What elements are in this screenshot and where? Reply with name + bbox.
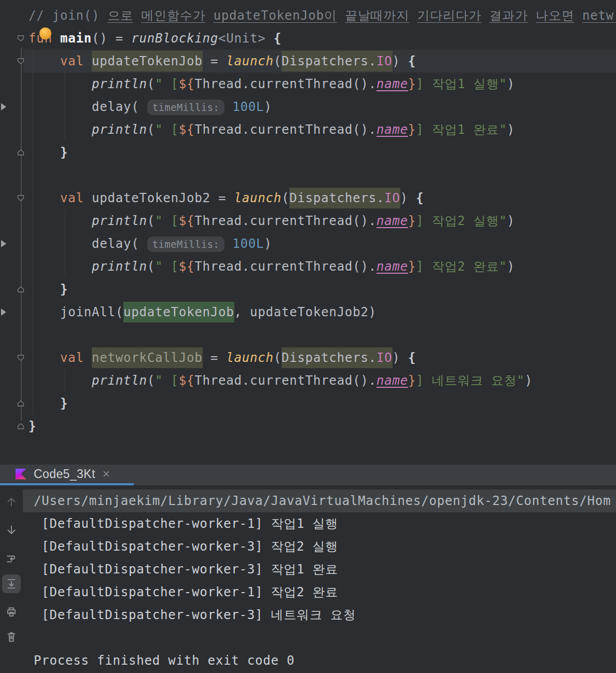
- code-editor[interactable]: // join() 으로 메인함수가 updateTokenJob이 끝날때까지…: [0, 0, 616, 465]
- fold-end-icon[interactable]: [16, 422, 25, 431]
- indent-guide: [65, 369, 65, 392]
- code-line[interactable]: println(" [${Thread.currentThread().name…: [0, 255, 616, 278]
- code-line[interactable]: }: [0, 415, 616, 438]
- fold-collapse-icon[interactable]: [16, 57, 25, 66]
- code-token: ${: [179, 214, 195, 228]
- code-token: ] 작업1 실행": [416, 77, 507, 91]
- code-token: [29, 396, 60, 411]
- code-token: {: [408, 54, 416, 68]
- code-token: netwrokC: [582, 8, 616, 23]
- console-line[interactable]: [DefaultDispatcher-worker-3] 작업1 완료: [0, 558, 616, 581]
- code-line[interactable]: val updateTokenJob = launch(Dispatchers.…: [0, 50, 616, 73]
- fold-end-icon[interactable]: [16, 399, 25, 408]
- code-token: (: [274, 54, 282, 68]
- code-line[interactable]: println(" [${Thread.currentThread().name…: [0, 73, 616, 95]
- code-token: [29, 350, 60, 365]
- code-token: ): [400, 191, 416, 205]
- code-line[interactable]: val updateTokenJob2 = launch(Dispatchers…: [0, 187, 616, 209]
- suspend-point-icon: [1, 240, 6, 247]
- code-token: updateTokenJob이: [214, 8, 337, 23]
- code-token: 끝날때까지: [345, 8, 409, 23]
- code-token: println: [92, 122, 147, 137]
- code-token: () =: [92, 31, 131, 46]
- print-button[interactable]: [2, 602, 21, 621]
- code-token: <Unit>: [218, 31, 266, 46]
- code-token: // join(): [29, 8, 108, 23]
- code-line[interactable]: [0, 164, 616, 187]
- code-token: (: [131, 236, 139, 251]
- console-line[interactable]: Process finished with exit code 0: [0, 649, 616, 672]
- active-tab-indicator: [0, 483, 134, 485]
- code-token: updateTokenJob2: [92, 191, 211, 205]
- code-line[interactable]: }: [0, 392, 616, 415]
- console-output[interactable]: /Users/minjaekim/Library/Java/JavaVirtua…: [0, 485, 616, 672]
- code-line[interactable]: [0, 324, 616, 346]
- code-token: ] 작업1 완료": [416, 122, 507, 137]
- code-token: " [: [155, 122, 179, 137]
- close-icon[interactable]: ×: [103, 468, 110, 480]
- code-line[interactable]: val networkCallJob = launch(Dispatchers.…: [0, 346, 616, 369]
- code-line[interactable]: println(" [${Thread.currentThread().name…: [0, 118, 616, 141]
- code-token: [29, 305, 60, 319]
- code-token: (: [116, 305, 123, 319]
- code-token: 100L: [232, 236, 264, 251]
- code-token: IO: [376, 51, 393, 72]
- code-token: [575, 8, 582, 23]
- code-token: println: [92, 259, 147, 274]
- code-token: [481, 8, 489, 23]
- console-line[interactable]: [DefaultDispatcher-worker-1] 작업2 완료: [0, 581, 616, 604]
- code-token: Thread.currentThread().: [194, 77, 376, 91]
- console-line[interactable]: [0, 626, 616, 649]
- console-line[interactable]: [DefaultDispatcher-worker-3] 네트워크 요청: [0, 604, 616, 626]
- suspend-point-icon: [1, 103, 6, 110]
- editor-gutter: [0, 0, 29, 465]
- code-token: updateTokenJob: [92, 51, 203, 72]
- code-line[interactable]: delay( timeMillis: 100L): [0, 95, 616, 118]
- code-line[interactable]: joinAll(updateTokenJob, updateTokenJob2): [0, 301, 616, 324]
- code-line[interactable]: // join() 으로 메인함수가 updateTokenJob이 끝날때까지…: [0, 4, 616, 27]
- code-line[interactable]: delay( timeMillis: 100L): [0, 232, 616, 255]
- suspend-point-icon: [1, 309, 6, 316]
- code-line[interactable]: fun main() = runBlocking<Unit> {: [0, 27, 616, 50]
- fold-end-icon[interactable]: [16, 285, 25, 294]
- code-token: [29, 214, 92, 228]
- code-token: ${: [179, 373, 195, 388]
- fold-end-icon[interactable]: [16, 148, 25, 157]
- run-tool-window-header: Code5_3Kt ×: [0, 465, 616, 485]
- code-lines: // join() 으로 메인함수가 updateTokenJob이 끝날때까지…: [0, 4, 616, 438]
- code-token: [225, 100, 232, 114]
- soft-wrap-button[interactable]: [2, 550, 21, 568]
- code-line[interactable]: }: [0, 278, 616, 301]
- fold-collapse-icon[interactable]: [16, 193, 25, 203]
- run-tab[interactable]: Code5_3Kt ×: [0, 465, 110, 483]
- code-token: [84, 54, 92, 68]
- console-line[interactable]: [DefaultDispatcher-worker-3] 작업2 실행: [0, 535, 616, 558]
- arrow-up-button[interactable]: [2, 493, 21, 511]
- code-token: Dispatchers.: [282, 347, 376, 368]
- code-line[interactable]: println(" [${Thread.currentThread().name…: [0, 369, 616, 392]
- code-token: [139, 236, 147, 251]
- code-line[interactable]: }: [0, 141, 616, 164]
- arrow-down-icon: [5, 523, 18, 537]
- fold-collapse-icon[interactable]: [16, 353, 25, 362]
- soft-wrap-icon: [5, 552, 18, 566]
- console-line[interactable]: [DefaultDispatcher-worker-1] 작업1 실행: [0, 512, 616, 535]
- scroll-to-end-button[interactable]: [2, 574, 21, 593]
- code-token: val: [60, 191, 84, 205]
- code-token: }: [408, 259, 416, 274]
- code-token: name: [376, 122, 408, 137]
- clear-button[interactable]: [2, 627, 21, 646]
- fold-collapse-icon[interactable]: [16, 34, 25, 43]
- code-token: [225, 236, 232, 251]
- code-token: [266, 31, 274, 46]
- arrow-down-button[interactable]: [2, 521, 21, 539]
- code-token: [29, 373, 92, 388]
- code-line[interactable]: println(" [${Thread.currentThread().name…: [0, 209, 616, 232]
- intention-bulb-icon[interactable]: [39, 27, 51, 39]
- code-token: ): [393, 350, 409, 365]
- code-token: ): [507, 214, 515, 228]
- code-token: [29, 77, 92, 91]
- console-command-line[interactable]: /Users/minjaekim/Library/Java/JavaVirtua…: [0, 489, 616, 512]
- code-token: [84, 191, 92, 205]
- code-token: =: [211, 191, 234, 205]
